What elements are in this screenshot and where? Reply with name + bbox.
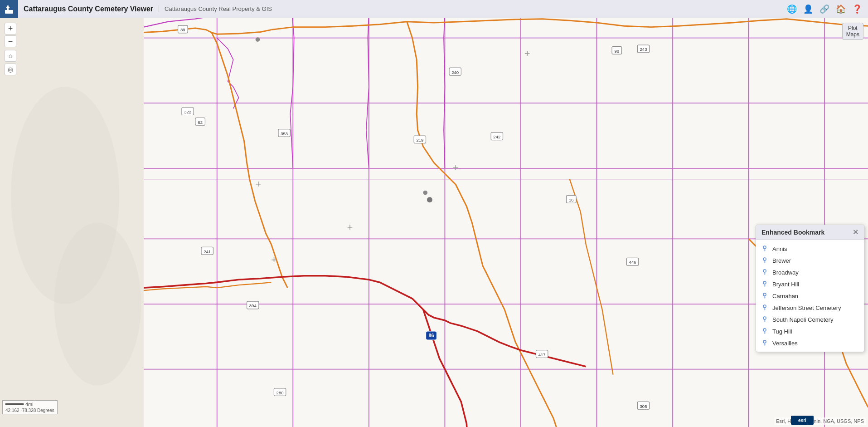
svg-text:394: 394 bbox=[249, 303, 257, 308]
bookmark-item[interactable]: Annis bbox=[756, 243, 864, 255]
plot-maps-button[interactable]: Plot Maps bbox=[842, 23, 863, 40]
cemetery-icon bbox=[4, 4, 15, 15]
svg-text:16: 16 bbox=[569, 197, 574, 202]
svg-text:+: + bbox=[271, 255, 277, 265]
svg-point-66 bbox=[763, 246, 766, 249]
svg-point-73 bbox=[763, 329, 766, 331]
bookmark-item[interactable]: Brewer bbox=[756, 255, 864, 266]
svg-point-72 bbox=[763, 317, 766, 319]
svg-text:353: 353 bbox=[281, 131, 288, 136]
zoom-controls: + − ⌂ ◎ bbox=[5, 23, 16, 75]
svg-point-70 bbox=[763, 293, 766, 296]
zoom-out-button[interactable]: − bbox=[5, 35, 16, 47]
svg-text:417: 417 bbox=[538, 352, 546, 357]
home-header-button[interactable]: 🏠 bbox=[834, 2, 848, 16]
bookmark-item-label: Broadway bbox=[772, 269, 799, 276]
home-button[interactable]: ⌂ bbox=[5, 50, 16, 62]
svg-point-64 bbox=[423, 191, 428, 195]
svg-rect-0 bbox=[5, 10, 13, 14]
bookmark-panel-header: Enhanced Bookmark ✕ bbox=[756, 225, 864, 240]
map-svg: 86 39 322 62 353 219 242 240 98 243 241 bbox=[0, 18, 868, 427]
bookmark-list: AnnisBrewerBroadwayBryant HillCarnahanJe… bbox=[756, 240, 864, 352]
bookmark-item[interactable]: Versailles bbox=[756, 337, 864, 349]
svg-text:39: 39 bbox=[180, 27, 185, 32]
svg-text:86: 86 bbox=[429, 333, 434, 338]
bookmark-panel: Enhanced Bookmark ✕ AnnisBrewerBroadwayB… bbox=[756, 225, 864, 352]
svg-text:322: 322 bbox=[184, 109, 191, 114]
svg-point-63 bbox=[256, 37, 260, 42]
bookmark-item[interactable]: Jefferson Street Cemetery bbox=[756, 302, 864, 314]
svg-text:241: 241 bbox=[204, 249, 211, 254]
map-attribution: Esri, HERE, Garmin, NGA, USGS, NPS bbox=[774, 417, 866, 425]
svg-text:243: 243 bbox=[640, 47, 647, 52]
svg-text:+: + bbox=[255, 179, 261, 190]
bookmark-location-icon bbox=[761, 328, 769, 335]
bookmark-item[interactable]: Carnahan bbox=[756, 290, 864, 302]
app-subtitle: Cattaraugus County Real Property & GIS bbox=[159, 5, 272, 12]
svg-text:446: 446 bbox=[629, 260, 636, 265]
zoom-in-button[interactable]: + bbox=[5, 23, 16, 34]
bookmark-location-icon bbox=[761, 292, 769, 299]
svg-text:62: 62 bbox=[198, 120, 203, 125]
svg-point-68 bbox=[763, 270, 766, 272]
app-icon bbox=[0, 0, 18, 18]
svg-text:242: 242 bbox=[493, 134, 500, 139]
svg-text:305: 305 bbox=[640, 404, 647, 409]
svg-point-67 bbox=[763, 258, 766, 260]
svg-point-65 bbox=[427, 197, 432, 202]
scale-label: 4mi bbox=[25, 402, 34, 407]
compass-button[interactable]: ◎ bbox=[5, 64, 16, 75]
bookmark-location-icon bbox=[761, 257, 769, 264]
bookmark-location-icon bbox=[761, 339, 769, 347]
svg-text:+: + bbox=[347, 222, 353, 233]
bookmark-item[interactable]: Bryant Hill bbox=[756, 278, 864, 290]
svg-point-69 bbox=[763, 281, 766, 284]
svg-text:280: 280 bbox=[276, 390, 284, 395]
svg-point-74 bbox=[763, 340, 766, 343]
bookmark-item[interactable]: South Napoli Cemetery bbox=[756, 314, 864, 325]
basemap-button[interactable]: 🌐 bbox=[785, 2, 799, 16]
svg-text:219: 219 bbox=[416, 137, 423, 142]
svg-point-6 bbox=[54, 223, 141, 386]
bookmark-close-button[interactable]: ✕ bbox=[853, 229, 858, 236]
scale-bar: 4mi 42.162 -78.328 Degrees bbox=[2, 400, 58, 414]
bookmark-location-icon bbox=[761, 280, 769, 288]
esri-logo: esri bbox=[791, 416, 814, 425]
svg-text:240: 240 bbox=[451, 70, 459, 75]
bookmark-item-label: Jefferson Street Cemetery bbox=[772, 304, 841, 311]
bookmark-item-label: Brewer bbox=[772, 257, 791, 264]
bookmark-item[interactable]: Tug Hill bbox=[756, 325, 864, 337]
bookmark-item-label: South Napoli Cemetery bbox=[772, 316, 833, 323]
bookmark-item-label: Carnahan bbox=[772, 293, 798, 299]
svg-rect-7 bbox=[144, 18, 868, 427]
help-button[interactable]: ❓ bbox=[850, 2, 864, 16]
bookmark-item[interactable]: Broadway bbox=[756, 266, 864, 278]
header-toolbar: 🌐 👤 🔗 🏠 ❓ bbox=[785, 2, 868, 16]
bookmark-item-label: Annis bbox=[772, 245, 787, 252]
bookmark-panel-title: Enhanced Bookmark bbox=[761, 229, 824, 236]
svg-text:+: + bbox=[524, 48, 530, 59]
svg-point-71 bbox=[763, 305, 766, 308]
bookmark-location-icon bbox=[761, 269, 769, 276]
app-title: Cattaraugus County Cemetery Viewer bbox=[18, 5, 159, 13]
bookmark-location-icon bbox=[761, 316, 769, 323]
svg-text:98: 98 bbox=[615, 49, 620, 54]
coordinates-display: 42.162 -78.328 Degrees bbox=[5, 408, 54, 413]
user-button[interactable]: 👤 bbox=[801, 2, 815, 16]
map-container[interactable]: 86 39 322 62 353 219 242 240 98 243 241 bbox=[0, 18, 868, 427]
bookmark-location-icon bbox=[761, 245, 769, 252]
svg-rect-2 bbox=[6, 7, 10, 8]
bookmark-item-label: Tug Hill bbox=[772, 328, 792, 335]
app-header: Cattaraugus County Cemetery Viewer Catta… bbox=[0, 0, 868, 18]
bookmark-location-icon bbox=[761, 304, 769, 311]
share-button[interactable]: 🔗 bbox=[817, 2, 832, 16]
bookmark-item-label: Versailles bbox=[772, 340, 798, 347]
bookmark-item-label: Bryant Hill bbox=[772, 281, 799, 288]
svg-text:+: + bbox=[453, 162, 459, 173]
